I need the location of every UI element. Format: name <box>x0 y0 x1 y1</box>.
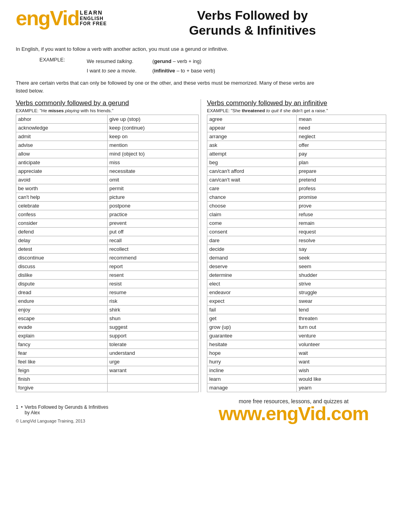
bullet-title: Verbs Followed by Gerunds & Infinitives <box>25 404 108 410</box>
gerund-word-col2: give up (stop) <box>108 115 199 124</box>
gerund-word-col2: permit <box>108 184 199 193</box>
gerund-word-col2: resist <box>108 280 199 288</box>
infinitive-word-col1: claim <box>207 210 297 219</box>
infinitive-example: EXAMPLE: "She threatened to quit if she … <box>207 108 386 113</box>
logo-area: engVid LEARN ENGLISH FOR FREE <box>16 8 107 28</box>
infinitive-word-col1: manage <box>207 384 297 392</box>
infinitive-word-col2: pay <box>297 150 386 158</box>
website-url: www.engVid.com <box>201 404 386 423</box>
gerund-word-col1: allow <box>16 150 108 158</box>
gerund-word-col2: understand <box>108 349 199 358</box>
gerund-word-col1: acknowledge <box>16 124 108 132</box>
gerund-word-col1: escape <box>16 314 108 323</box>
infinitive-word-col2: mean <box>297 115 386 124</box>
gerund-word-col2: omit <box>108 176 199 184</box>
infinitive-word-col1: incline <box>207 366 297 375</box>
infinitive-word-col2: seek <box>297 254 386 262</box>
gerund-word-col1: feign <box>16 366 108 375</box>
infinitive-word-col2: struggle <box>297 288 386 297</box>
infinitive-word-col2: swear <box>297 297 386 306</box>
intro-section: In English, if you want to follow a verb… <box>16 45 386 95</box>
footer: 1 • Verbs Followed by Gerunds & Infiniti… <box>16 398 386 423</box>
gerund-word-col1: explain <box>16 332 108 340</box>
logo-learn: LEARN <box>80 10 102 16</box>
infinitive-word-col2: offer <box>297 141 386 150</box>
infinitive-word-col1: grow (up) <box>207 323 297 332</box>
gerund-word-col1: consider <box>16 219 108 228</box>
gerund-word-col1: evade <box>16 323 108 332</box>
logo-text: engVid <box>16 8 79 28</box>
infinitive-word-col1: fail <box>207 306 297 314</box>
gerund-word-col1: dispute <box>16 280 108 288</box>
infinitive-word-col1: guarantee <box>207 332 297 340</box>
infinitive-word-col2: shudder <box>297 271 386 280</box>
infinitive-word-col1: beg <box>207 158 297 167</box>
gerund-word-col2: recollect <box>108 245 199 254</box>
logo-badge: LEARN ENGLISH FOR FREE <box>80 10 107 26</box>
page-title: Verbs Followed by Gerunds & Infinitives <box>119 8 386 38</box>
infinitive-word-col1: chance <box>207 193 297 202</box>
gerund-word-col2: report <box>108 262 199 271</box>
gerund-word-col2: recall <box>108 236 199 245</box>
infinitive-word-col1: come <box>207 219 297 228</box>
gerund-word-col1: dislike <box>16 271 108 280</box>
infinitive-word-col2: want <box>297 358 386 366</box>
gerund-word-col1: be worth <box>16 184 108 193</box>
example-block: EXAMPLE: We resumed talking. I want to s… <box>39 57 386 75</box>
infinitive-word-grid: agreemeanappearneedarrangeneglectaskoffe… <box>207 115 386 392</box>
bullet-number: 1 • <box>16 404 23 410</box>
infinitive-word-col2: tend <box>297 306 386 314</box>
infinitive-word-col2: refuse <box>297 210 386 219</box>
example-label: EXAMPLE: <box>39 57 71 75</box>
infinitive-word-col1: expect <box>207 297 297 306</box>
infinitive-word-col2: promise <box>297 193 386 202</box>
copyright: © LangVid Language Training, 2013 <box>16 419 201 423</box>
infinitive-word-col2: plan <box>297 158 386 167</box>
infinitive-word-col2: profess <box>297 184 386 193</box>
page-header: engVid LEARN ENGLISH FOR FREE Verbs Foll… <box>16 8 386 38</box>
gerund-title: Verbs commonly followed by a gerund <box>16 99 199 107</box>
gerund-word-col1: defend <box>16 228 108 236</box>
gerund-word-col1: fear <box>16 349 108 358</box>
infinitive-title: Verbs commonly followed by an infinitive <box>207 99 386 107</box>
gerund-word-col1: discontinue <box>16 254 108 262</box>
infinitive-word-col2: volunteer <box>297 340 386 349</box>
logo-vid: Vid <box>50 7 79 30</box>
gerund-word-col2: miss <box>108 158 199 167</box>
infinitive-word-col1: can/can't afford <box>207 167 297 176</box>
gerund-word-col2: support <box>108 332 199 340</box>
infinitive-word-col2: neglect <box>297 132 386 141</box>
infinitive-word-col2: strive <box>297 280 386 288</box>
infinitive-section: Verbs commonly followed by an infinitive… <box>201 99 386 392</box>
gerund-word-col2: recommend <box>108 254 199 262</box>
infinitive-word-col1: arrange <box>207 132 297 141</box>
gerund-word-col2: warrant <box>108 366 199 375</box>
infinitive-word-col1: can/can't wait <box>207 176 297 184</box>
gerund-word-col2: risk <box>108 297 199 306</box>
bullet-by: by Alex <box>25 410 40 415</box>
gerund-word-col2: practice <box>108 210 199 219</box>
infinitive-word-col1: consent <box>207 228 297 236</box>
infinitive-word-col2: wish <box>297 366 386 375</box>
infinitive-word-col2: say <box>297 245 386 254</box>
infinitive-word-col2: yearn <box>297 384 386 392</box>
gerund-word-col2: suggest <box>108 323 199 332</box>
infinitive-word-col1: choose <box>207 202 297 210</box>
logo-forfree: FOR FREE <box>80 21 107 26</box>
bullet-line: 1 • Verbs Followed by Gerunds & Infiniti… <box>16 404 201 415</box>
columns-wrapper: Verbs commonly followed by a gerund EXAM… <box>16 99 386 392</box>
infinitive-word-col1: hope <box>207 349 297 358</box>
infinitive-word-col2: venture <box>297 332 386 340</box>
infinitive-word-col1: decide <box>207 245 297 254</box>
gerund-word-col2: picture <box>108 193 199 202</box>
intro-line1: In English, if you want to follow a verb… <box>16 45 386 53</box>
infinitive-word-col1: attempt <box>207 150 297 158</box>
infinitive-word-col1: demand <box>207 254 297 262</box>
gerund-word-col2: shun <box>108 314 199 323</box>
intro-line2: There are certain verbs that can only be… <box>16 79 386 95</box>
infinitive-word-col2: need <box>297 124 386 132</box>
gerund-word-col1: delay <box>16 236 108 245</box>
gerund-word-col2: resent <box>108 271 199 280</box>
infinitive-word-col2: prove <box>297 202 386 210</box>
logo-english: ENGLISH <box>80 16 103 21</box>
